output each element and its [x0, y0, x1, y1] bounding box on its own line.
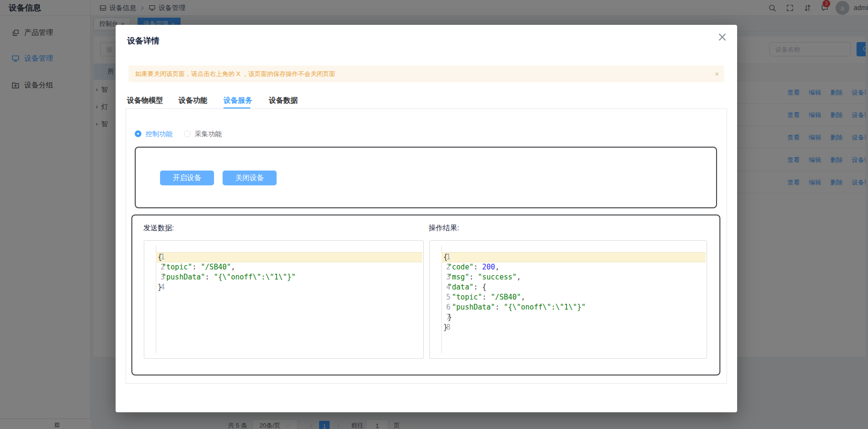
code-line: 7 } [441, 312, 706, 322]
code-line: 1{ [441, 252, 706, 262]
send-data-editor[interactable]: 1{2 "topic": "/SB40",3 "pushData": "{\"o… [144, 240, 424, 359]
radio-2[interactable] [184, 130, 191, 137]
code-line: 5 "topic": "/SB40", [441, 292, 706, 302]
radio-label-2[interactable]: 采集功能 [195, 130, 222, 138]
code-line: 4} [156, 282, 422, 292]
control-buttons-box [135, 147, 717, 208]
tab-1[interactable]: 设备物模型 [127, 92, 163, 108]
code-line: 3 "pushData": "{\"onoff\":\"1\"}" [156, 272, 422, 282]
code-line: 1{ [156, 252, 422, 262]
warning-close-icon[interactable]: × [715, 65, 719, 82]
warning-banner: 如果要关闭该页面，请点击右上角的 X ，该页面的保存操作不会关闭页面 × [129, 65, 724, 82]
close-device-button[interactable]: 关闭设备 [223, 171, 277, 185]
code-line: 3 "msg": "success", [441, 272, 706, 282]
app-page: 设备信息 产品管理设备管理设备分组 设备信息设备管理 3 a admin 控制台… [0, 0, 868, 429]
code-line: 4 "data": { [441, 282, 706, 292]
code-line: 2 "code": 200, [441, 262, 706, 272]
tab-3[interactable]: 设备服务 [224, 92, 252, 108]
modal-title: 设备详情 [127, 35, 160, 46]
result-editor[interactable]: 1{2 "code": 200,3 "msg": "success",4 "da… [429, 240, 707, 359]
tab-4[interactable]: 设备数据 [269, 92, 298, 108]
modal-close-icon[interactable]: × [717, 31, 728, 43]
open-device-button[interactable]: 开启设备 [160, 171, 214, 185]
tab-2[interactable]: 设备功能 [179, 92, 207, 108]
code-line: 8} [441, 322, 706, 332]
warning-text: 如果要关闭该页面，请点击右上角的 X ，该页面的保存操作不会关闭页面 [135, 65, 335, 82]
radio-1[interactable] [135, 130, 141, 137]
send-data-label: 发送数据: [143, 224, 174, 233]
code-line: 2 "topic": "/SB40", [156, 262, 422, 272]
result-label: 操作结果: [429, 224, 459, 233]
device-detail-modal: 设备详情 × 如果要关闭该页面，请点击右上角的 X ，该页面的保存操作不会关闭页… [116, 25, 737, 412]
radio-label-1[interactable]: 控制功能 [146, 130, 172, 138]
code-line: 6 "pushData": "{\"onoff\":\"1\"}" [441, 302, 706, 312]
